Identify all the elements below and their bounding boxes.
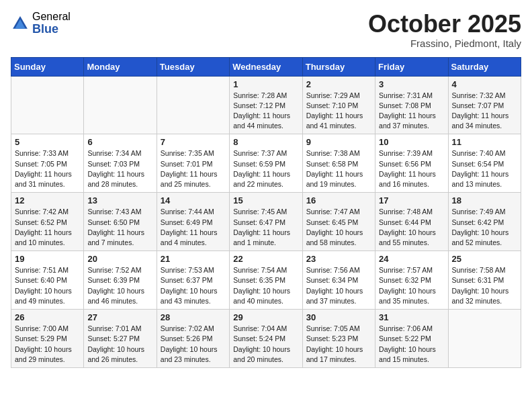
day-info: Sunrise: 7:48 AM Sunset: 6:44 PM Dayligh… xyxy=(379,207,444,248)
day-header-friday: Friday xyxy=(375,57,448,76)
day-info: Sunrise: 7:42 AM Sunset: 6:52 PM Dayligh… xyxy=(15,207,80,248)
calendar-cell: 21Sunrise: 7:53 AM Sunset: 6:37 PM Dayli… xyxy=(157,251,229,310)
day-number: 19 xyxy=(15,254,80,264)
day-header-saturday: Saturday xyxy=(448,57,521,76)
day-info: Sunrise: 7:58 AM Sunset: 6:31 PM Dayligh… xyxy=(452,265,517,306)
calendar-cell: 18Sunrise: 7:49 AM Sunset: 6:42 PM Dayli… xyxy=(448,193,521,251)
day-info: Sunrise: 7:31 AM Sunset: 7:08 PM Dayligh… xyxy=(379,91,444,132)
logo-blue: Blue xyxy=(32,23,71,36)
logo-general: General xyxy=(32,11,71,23)
calendar-cell: 5Sunrise: 7:33 AM Sunset: 7:05 PM Daylig… xyxy=(11,134,84,193)
day-info: Sunrise: 7:49 AM Sunset: 6:42 PM Dayligh… xyxy=(452,207,517,248)
logo-icon xyxy=(11,14,30,33)
calendar-week-3: 12Sunrise: 7:42 AM Sunset: 6:52 PM Dayli… xyxy=(11,193,521,251)
day-number: 3 xyxy=(379,79,444,89)
calendar-cell xyxy=(157,76,229,134)
calendar-cell: 26Sunrise: 7:00 AM Sunset: 5:29 PM Dayli… xyxy=(11,310,84,368)
day-number: 20 xyxy=(87,254,152,264)
calendar-cell: 3Sunrise: 7:31 AM Sunset: 7:08 PM Daylig… xyxy=(375,76,448,134)
calendar-cell: 29Sunrise: 7:04 AM Sunset: 5:24 PM Dayli… xyxy=(230,310,302,368)
day-info: Sunrise: 7:35 AM Sunset: 7:01 PM Dayligh… xyxy=(161,148,226,189)
day-header-monday: Monday xyxy=(84,57,157,76)
calendar-cell: 31Sunrise: 7:06 AM Sunset: 5:22 PM Dayli… xyxy=(375,310,448,368)
calendar-cell: 23Sunrise: 7:56 AM Sunset: 6:34 PM Dayli… xyxy=(302,251,375,310)
calendar-cell: 15Sunrise: 7:45 AM Sunset: 6:47 PM Dayli… xyxy=(230,193,302,251)
day-info: Sunrise: 7:38 AM Sunset: 6:58 PM Dayligh… xyxy=(306,148,371,189)
day-number: 1 xyxy=(233,79,298,89)
day-number: 5 xyxy=(15,137,80,147)
day-number: 9 xyxy=(306,137,371,147)
day-number: 12 xyxy=(15,195,80,205)
day-info: Sunrise: 7:54 AM Sunset: 6:35 PM Dayligh… xyxy=(233,265,298,306)
day-header-tuesday: Tuesday xyxy=(157,57,229,76)
calendar-cell: 13Sunrise: 7:43 AM Sunset: 6:50 PM Dayli… xyxy=(84,193,157,251)
day-info: Sunrise: 7:51 AM Sunset: 6:40 PM Dayligh… xyxy=(15,265,80,306)
calendar-cell: 14Sunrise: 7:44 AM Sunset: 6:49 PM Dayli… xyxy=(157,193,229,251)
day-info: Sunrise: 7:00 AM Sunset: 5:29 PM Dayligh… xyxy=(15,324,80,365)
calendar-table: SundayMondayTuesdayWednesdayThursdayFrid… xyxy=(11,57,521,368)
calendar-cell: 12Sunrise: 7:42 AM Sunset: 6:52 PM Dayli… xyxy=(11,193,84,251)
day-number: 8 xyxy=(233,137,298,147)
calendar-cell: 22Sunrise: 7:54 AM Sunset: 6:35 PM Dayli… xyxy=(230,251,302,310)
day-info: Sunrise: 7:05 AM Sunset: 5:23 PM Dayligh… xyxy=(306,324,371,365)
calendar-cell: 1Sunrise: 7:28 AM Sunset: 7:12 PM Daylig… xyxy=(230,76,302,134)
day-info: Sunrise: 7:32 AM Sunset: 7:07 PM Dayligh… xyxy=(452,91,517,132)
calendar-cell: 9Sunrise: 7:38 AM Sunset: 6:58 PM Daylig… xyxy=(302,134,375,193)
day-number: 17 xyxy=(379,195,444,205)
day-number: 11 xyxy=(452,137,517,147)
calendar-cell: 4Sunrise: 7:32 AM Sunset: 7:07 PM Daylig… xyxy=(448,76,521,134)
day-number: 21 xyxy=(161,254,226,264)
day-info: Sunrise: 7:56 AM Sunset: 6:34 PM Dayligh… xyxy=(306,265,371,306)
day-info: Sunrise: 7:39 AM Sunset: 6:56 PM Dayligh… xyxy=(379,148,444,189)
calendar-cell: 30Sunrise: 7:05 AM Sunset: 5:23 PM Dayli… xyxy=(302,310,375,368)
day-number: 15 xyxy=(233,195,298,205)
calendar-body: 1Sunrise: 7:28 AM Sunset: 7:12 PM Daylig… xyxy=(11,76,521,367)
day-header-sunday: Sunday xyxy=(11,57,84,76)
day-number: 22 xyxy=(233,254,298,264)
logo-text: General Blue xyxy=(32,11,71,36)
day-number: 7 xyxy=(161,137,226,147)
day-info: Sunrise: 7:44 AM Sunset: 6:49 PM Dayligh… xyxy=(161,207,226,248)
calendar-cell xyxy=(448,310,521,368)
day-number: 4 xyxy=(452,79,517,89)
title-block: October 2025 Frassino, Piedmont, Italy xyxy=(368,11,521,49)
day-number: 29 xyxy=(233,312,298,322)
logo: General Blue xyxy=(11,11,71,36)
day-number: 6 xyxy=(87,137,152,147)
day-number: 23 xyxy=(306,254,371,264)
calendar-cell: 8Sunrise: 7:37 AM Sunset: 6:59 PM Daylig… xyxy=(230,134,302,193)
day-number: 27 xyxy=(87,312,152,322)
calendar-cell xyxy=(84,76,157,134)
day-number: 28 xyxy=(161,312,226,322)
day-number: 18 xyxy=(452,195,517,205)
day-info: Sunrise: 7:33 AM Sunset: 7:05 PM Dayligh… xyxy=(15,148,80,189)
calendar-cell: 20Sunrise: 7:52 AM Sunset: 6:39 PM Dayli… xyxy=(84,251,157,310)
calendar-title: October 2025 xyxy=(368,11,521,38)
calendar-cell: 24Sunrise: 7:57 AM Sunset: 6:32 PM Dayli… xyxy=(375,251,448,310)
calendar-cell xyxy=(11,76,84,134)
calendar-subtitle: Frassino, Piedmont, Italy xyxy=(368,38,521,49)
day-number: 25 xyxy=(452,254,517,264)
calendar-cell: 25Sunrise: 7:58 AM Sunset: 6:31 PM Dayli… xyxy=(448,251,521,310)
day-number: 14 xyxy=(161,195,226,205)
day-number: 13 xyxy=(87,195,152,205)
day-number: 26 xyxy=(15,312,80,322)
calendar-week-4: 19Sunrise: 7:51 AM Sunset: 6:40 PM Dayli… xyxy=(11,251,521,310)
calendar-week-5: 26Sunrise: 7:00 AM Sunset: 5:29 PM Dayli… xyxy=(11,310,521,368)
calendar-cell: 6Sunrise: 7:34 AM Sunset: 7:03 PM Daylig… xyxy=(84,134,157,193)
day-info: Sunrise: 7:45 AM Sunset: 6:47 PM Dayligh… xyxy=(233,207,298,248)
calendar-cell: 27Sunrise: 7:01 AM Sunset: 5:27 PM Dayli… xyxy=(84,310,157,368)
calendar-cell: 17Sunrise: 7:48 AM Sunset: 6:44 PM Dayli… xyxy=(375,193,448,251)
day-info: Sunrise: 7:47 AM Sunset: 6:45 PM Dayligh… xyxy=(306,207,371,248)
day-number: 16 xyxy=(306,195,371,205)
calendar-cell: 2Sunrise: 7:29 AM Sunset: 7:10 PM Daylig… xyxy=(302,76,375,134)
day-info: Sunrise: 7:01 AM Sunset: 5:27 PM Dayligh… xyxy=(87,324,152,365)
days-of-week-row: SundayMondayTuesdayWednesdayThursdayFrid… xyxy=(11,57,521,76)
day-number: 30 xyxy=(306,312,371,322)
calendar-cell: 28Sunrise: 7:02 AM Sunset: 5:26 PM Dayli… xyxy=(157,310,229,368)
day-info: Sunrise: 7:02 AM Sunset: 5:26 PM Dayligh… xyxy=(161,324,226,365)
day-info: Sunrise: 7:57 AM Sunset: 6:32 PM Dayligh… xyxy=(379,265,444,306)
calendar-cell: 10Sunrise: 7:39 AM Sunset: 6:56 PM Dayli… xyxy=(375,134,448,193)
day-info: Sunrise: 7:06 AM Sunset: 5:22 PM Dayligh… xyxy=(379,324,444,365)
day-number: 10 xyxy=(379,137,444,147)
